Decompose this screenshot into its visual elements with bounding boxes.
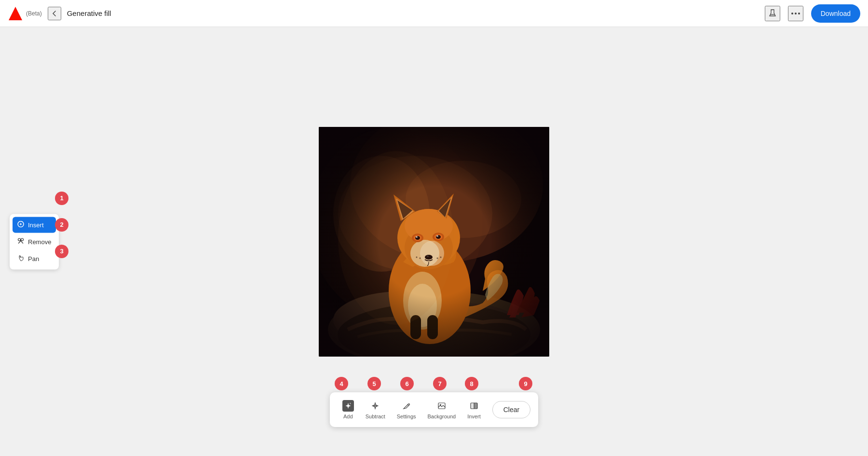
svg-point-4 xyxy=(795,13,797,14)
remove-tool-button[interactable]: Remove xyxy=(13,234,56,249)
svg-point-2 xyxy=(771,10,772,11)
bottom-toolbar-container: 4 5 6 7 8 9 Add xyxy=(325,377,543,427)
step-badge-9: 9 xyxy=(519,377,532,390)
clear-button[interactable]: Clear xyxy=(492,401,530,418)
remove-icon xyxy=(17,237,24,246)
svg-marker-0 xyxy=(9,7,22,20)
settings-tool-button[interactable]: Settings xyxy=(392,397,421,422)
bottom-badges-row: 4 5 6 7 8 9 xyxy=(325,377,543,390)
insert-tool-button[interactable]: Insert xyxy=(13,217,56,233)
scissors-icon xyxy=(17,237,24,244)
insert-label: Insert xyxy=(28,221,44,228)
background-tool-button[interactable]: Background xyxy=(423,397,461,422)
back-icon xyxy=(51,10,58,17)
invert-tool-button[interactable]: Invert xyxy=(462,397,486,422)
background-label: Background xyxy=(428,414,456,419)
insert-icon xyxy=(17,221,24,229)
invert-tool-icon xyxy=(470,401,478,410)
fox-image-svg xyxy=(319,127,549,357)
more-icon xyxy=(791,13,800,14)
pan-tool-button[interactable]: Pan xyxy=(13,250,56,266)
subtract-sparkle-icon xyxy=(371,401,380,410)
settings-label: Settings xyxy=(397,414,416,419)
add-sparkle-icon xyxy=(344,401,352,410)
generative-fill-icon xyxy=(17,221,24,227)
step-badge-8: 8 xyxy=(465,377,478,390)
back-button[interactable] xyxy=(48,7,61,20)
step-badge-5: 5 xyxy=(367,377,381,390)
download-button[interactable]: Download xyxy=(811,4,860,23)
app-header: (Beta) Generative fill Download xyxy=(0,0,868,27)
svg-point-5 xyxy=(798,13,800,14)
svg-point-3 xyxy=(791,13,793,14)
bottom-tools-bar: Add Subtract xyxy=(330,392,538,427)
invert-icon xyxy=(468,400,480,412)
svg-rect-48 xyxy=(319,127,549,357)
header-right: Download xyxy=(765,4,860,23)
fox-image xyxy=(319,127,549,357)
step-badge-7: 7 xyxy=(433,377,447,390)
adobe-logo-icon xyxy=(8,6,23,21)
page-title: Generative fill xyxy=(67,9,111,17)
left-toolbar: Insert Remove Pan xyxy=(10,214,59,269)
background-icon xyxy=(436,400,448,412)
add-icon xyxy=(342,400,354,412)
pan-label: Pan xyxy=(28,255,39,262)
subtract-icon xyxy=(369,400,381,412)
subtract-tool-button[interactable]: Subtract xyxy=(361,397,390,422)
step-badge-4: 4 xyxy=(335,377,348,390)
main-canvas-area: Insert Remove Pan 1 2 xyxy=(0,27,868,456)
remove-label: Remove xyxy=(28,238,51,245)
more-options-button[interactable] xyxy=(788,6,803,21)
pen-tool-icon xyxy=(402,401,411,410)
add-label: Add xyxy=(343,414,353,419)
notifications-button[interactable] xyxy=(765,6,780,21)
beta-badge: (Beta) xyxy=(26,10,42,17)
step-badge-6: 6 xyxy=(400,377,414,390)
svg-rect-56 xyxy=(438,403,445,409)
header-left: (Beta) Generative fill xyxy=(8,6,111,21)
flask-icon xyxy=(768,9,777,18)
canvas-container xyxy=(319,127,549,357)
image-tool-icon xyxy=(437,401,446,410)
hand-icon xyxy=(17,254,24,261)
add-tool-button[interactable]: Add xyxy=(338,397,359,422)
step-badge-1: 1 xyxy=(55,192,68,205)
pan-icon xyxy=(17,254,24,263)
settings-icon xyxy=(401,400,412,412)
invert-label: Invert xyxy=(467,414,481,419)
subtract-label: Subtract xyxy=(366,414,385,419)
